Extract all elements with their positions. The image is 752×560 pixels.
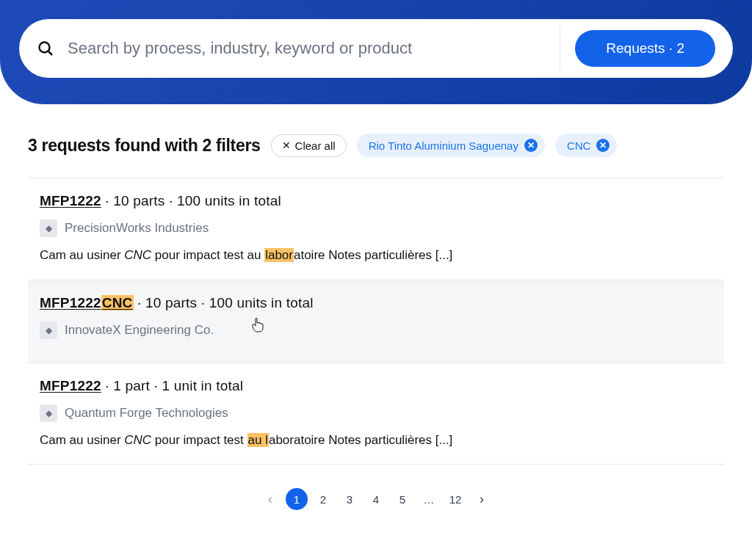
result-description: Cam au usiner CNC pour impact test au la… [40, 246, 724, 265]
pagination: ‹12345…12› [28, 488, 724, 510]
result-item[interactable]: MFP1222 · 10 parts · 100 units in total◆… [28, 178, 724, 280]
company-logo: ◆ [40, 321, 57, 339]
requests-button[interactable]: Requests · 2 [575, 30, 715, 67]
svg-point-0 [40, 43, 50, 53]
company-logo: ◆ [40, 404, 57, 422]
result-title: MFP1222CNC · 10 parts · 100 units in tot… [40, 295, 724, 311]
chip-close-icon[interactable]: ✕ [524, 139, 538, 152]
company-name: InnovateX Engineering Co. [65, 323, 214, 338]
pagination-ellipsis: … [418, 488, 440, 510]
company-logo: ◆ [40, 219, 57, 237]
svg-line-1 [48, 51, 52, 55]
pagination-page[interactable]: 3 [339, 488, 361, 510]
result-id-link[interactable]: MFP1222 [40, 378, 101, 393]
clear-all-label: Clear all [295, 139, 336, 152]
search-icon [37, 40, 54, 57]
pagination-page[interactable]: 1 [286, 488, 308, 510]
filter-chip-label: Rio Tinto Aluminium Saguenay [369, 139, 518, 152]
pagination-page[interactable]: 12 [444, 488, 466, 510]
pagination-page[interactable]: 5 [391, 488, 413, 510]
results-title: 3 requests found with 2 filters [28, 136, 261, 156]
clear-all-button[interactable]: ✕ Clear all [271, 134, 347, 157]
company-name: PrecisionWorks Industries [65, 221, 209, 236]
result-title: MFP1222 · 1 part · 1 unit in total [40, 378, 724, 394]
result-id-link[interactable]: MFP1222CNC [40, 295, 134, 310]
content-area: 3 requests found with 2 filters ✕ Clear … [0, 104, 752, 539]
result-id-link[interactable]: MFP1222 [40, 193, 101, 208]
result-description: Cam au usiner CNC pour impact test au la… [40, 431, 724, 450]
filter-chip-label: CNC [567, 139, 591, 152]
result-item[interactable]: MFP1222 · 1 part · 1 unit in total◆Quant… [28, 363, 724, 465]
close-icon: ✕ [282, 140, 291, 150]
pagination-next[interactable]: › [471, 488, 493, 510]
results-list: MFP1222 · 10 parts · 100 units in total◆… [28, 178, 724, 465]
search-bar: Requests · 2 [19, 19, 733, 78]
company-row: ◆InnovateX Engineering Co. [40, 321, 724, 339]
filter-chip[interactable]: Rio Tinto Aluminium Saguenay ✕ [357, 134, 545, 157]
filter-row: 3 requests found with 2 filters ✕ Clear … [28, 134, 724, 157]
result-title: MFP1222 · 10 parts · 100 units in total [40, 193, 724, 209]
pagination-page[interactable]: 4 [365, 488, 387, 510]
search-divider [560, 26, 560, 70]
search-input[interactable] [68, 39, 545, 58]
result-item[interactable]: MFP1222CNC · 10 parts · 100 units in tot… [28, 280, 724, 363]
header-background: Requests · 2 [0, 0, 752, 104]
filter-chip[interactable]: CNC ✕ [555, 134, 618, 157]
chip-close-icon[interactable]: ✕ [596, 139, 610, 152]
company-name: Quantum Forge Technologies [65, 406, 228, 421]
pagination-page[interactable]: 2 [312, 488, 334, 510]
company-row: ◆Quantum Forge Technologies [40, 404, 724, 422]
pagination-prev[interactable]: ‹ [259, 488, 281, 510]
company-row: ◆PrecisionWorks Industries [40, 219, 724, 237]
